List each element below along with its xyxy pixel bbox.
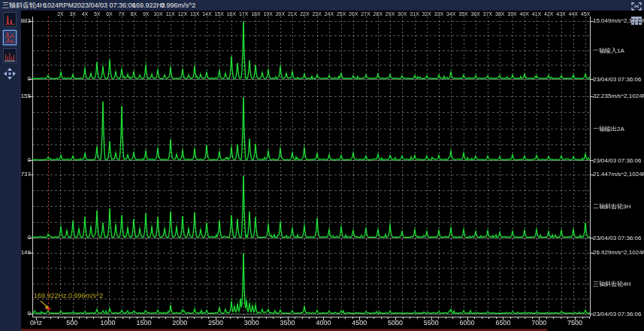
harmonic-label: 6X <box>106 11 113 17</box>
x-axis-tick-label: 3000 <box>244 319 259 326</box>
harmonic-label: 14X <box>202 11 211 17</box>
x-axis-tick-label: 6500 <box>495 319 510 326</box>
cursor-annotation-label: 169.922Hz,0.996m/s^2 <box>34 292 103 299</box>
x-axis-tick-label: 5500 <box>424 319 439 326</box>
harmonic-label: 17X <box>239 11 248 17</box>
harmonic-label: 15X <box>214 11 223 17</box>
harmonic-label: 22X <box>300 11 309 17</box>
vibration-analyzer-window: 三轴斜齿轮4H 1024RPM 2023/04/03 07:36:06 169.… <box>0 0 644 331</box>
harmonic-label: 16X <box>227 11 236 17</box>
harmonic-label: 10X <box>153 11 162 17</box>
spectrum-multi-tool[interactable] <box>3 30 17 45</box>
harmonic-label: 35X <box>458 11 467 17</box>
harmonic-label: 8X <box>131 11 138 17</box>
channel-total-label: 32.235m/s^2,1024RPM <box>593 93 644 99</box>
harmonic-label: 3X <box>69 11 76 17</box>
harmonic-label: 19X <box>263 11 272 17</box>
x-axis-tick-label: 1000 <box>101 319 116 326</box>
harmonic-label: 23X <box>312 11 321 17</box>
harmonic-label: 45X <box>581 11 590 17</box>
harmonic-label: 13X <box>190 11 199 17</box>
info-bar: 三轴斜齿轮4H 1024RPM 2023/04/03 07:36:06 169.… <box>0 0 644 11</box>
channel-total-label: 21.447m/s^2,1024RPM <box>593 171 644 178</box>
channel-total-label: 26.929m/s^2,1024RPM <box>593 249 644 256</box>
harmonic-label: 31X <box>410 11 419 17</box>
measurement-title: 三轴斜齿轮4H <box>2 0 45 11</box>
x-axis-tick-label: 2000 <box>172 319 187 326</box>
tool-sidebar <box>0 11 21 331</box>
harmonic-label: 37X <box>483 11 492 17</box>
harmonic-label: 20X <box>276 11 285 17</box>
spectrum-canvas[interactable] <box>0 0 644 331</box>
harmonic-label: 28X <box>373 11 382 17</box>
harmonic-label: 18X <box>251 11 260 17</box>
harmonic-label: 25X <box>337 11 346 17</box>
harmonic-label: 39X <box>507 11 516 17</box>
harmonic-label: 27X <box>361 11 370 17</box>
expand-icon[interactable] <box>630 1 642 11</box>
harmonic-label: 32X <box>422 11 431 17</box>
pan-tool-icon[interactable] <box>4 68 16 80</box>
harmonic-label: 41X <box>532 11 541 17</box>
harmonic-label: 43X <box>556 11 565 17</box>
x-axis-tick-label: 2500 <box>208 319 223 326</box>
harmonic-label: 4X <box>82 11 89 17</box>
x-axis-tick-label: 4000 <box>316 319 331 326</box>
spectrum-peaks-tool[interactable] <box>3 48 17 63</box>
spectrum-single-tool[interactable] <box>3 12 17 27</box>
harmonic-label: 38X <box>495 11 504 17</box>
channel-name-label: 三轴斜齿轮4H <box>593 280 630 288</box>
x-axis-tick-label: 0Hz <box>30 319 42 326</box>
harmonic-label: 7X <box>118 11 125 17</box>
harmonic-label: 30X <box>398 11 407 17</box>
harmonic-label: 9X <box>143 11 150 17</box>
harmonic-label: 12X <box>178 11 187 17</box>
channel-name-label: 一轴输出2A <box>593 125 624 133</box>
harmonic-label: 29X <box>385 11 395 17</box>
channel-name-label: 一轴输入1A <box>593 47 624 55</box>
x-axis-tick-label: 1500 <box>136 319 151 326</box>
harmonic-label: 40X <box>520 11 529 17</box>
channel-timestamp-label: 23/04/03 07:36:06 <box>593 76 642 83</box>
cursor-amplitude-value: 0.996m/s^2 <box>161 0 195 11</box>
x-axis-tick-label: 4500 <box>352 319 367 326</box>
harmonic-label: 21X <box>288 11 297 17</box>
x-axis-tick-label: 7000 <box>531 319 546 326</box>
cursor-peak-marker[interactable] <box>45 305 52 312</box>
channel-name-label: 二轴斜齿轮3H <box>593 202 630 211</box>
rpm-value: 1024RPM <box>44 0 74 11</box>
harmonic-label: 42X <box>544 11 553 17</box>
x-axis-tick-label: 7500 <box>567 319 582 326</box>
x-axis-tick-label: 6000 <box>460 319 475 326</box>
harmonic-label: 33X <box>434 11 443 17</box>
cursor-frequency-value: 169.922Hz <box>132 0 165 11</box>
datetime-value: 2023/04/03 07:36:06 <box>74 0 136 11</box>
harmonic-label: 2X <box>57 11 64 17</box>
harmonic-label: 5X <box>94 11 101 17</box>
harmonic-label: 24X <box>325 11 334 17</box>
harmonic-label: 11X <box>166 11 175 17</box>
x-axis-tick-label: 5000 <box>388 319 403 326</box>
grid-icon[interactable] <box>630 15 642 25</box>
harmonic-label: 44X <box>569 11 578 17</box>
harmonic-label: 34X <box>446 11 455 17</box>
x-axis-tick-label: 500 <box>66 319 77 326</box>
harmonic-label: 36X <box>471 11 480 17</box>
harmonic-label: 26X <box>349 11 358 17</box>
channel-timestamp-label: 23/04/03 07:36:06 <box>593 235 642 241</box>
channel-timestamp-label: 23/04/03 07:36:06 <box>593 157 642 164</box>
channel-timestamp-label: 23/04/03 07:36:06 <box>593 311 642 317</box>
x-axis-tick-label: 3500 <box>280 319 295 326</box>
